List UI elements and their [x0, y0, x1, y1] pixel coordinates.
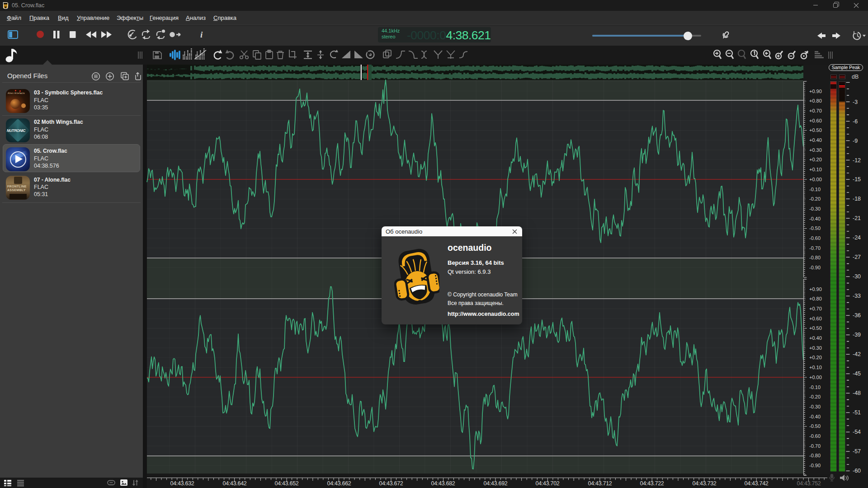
- svg-text:-27: -27: [853, 254, 861, 260]
- svg-text:+0.30: +0.30: [809, 345, 822, 351]
- svg-text:+0.50: +0.50: [809, 127, 822, 133]
- svg-text:-0.40: -0.40: [809, 414, 821, 419]
- svg-text:-42: -42: [853, 351, 861, 357]
- svg-text:-0.70: -0.70: [809, 443, 821, 449]
- svg-text:-48: -48: [853, 390, 861, 396]
- svg-text:+0.20: +0.20: [809, 355, 822, 360]
- svg-text:-0.30: -0.30: [809, 206, 821, 211]
- svg-text:-12: -12: [853, 157, 861, 164]
- svg-text:-36: -36: [853, 312, 861, 319]
- svg-text:+0.00: +0.00: [809, 177, 822, 182]
- svg-text:-15: -15: [853, 176, 861, 183]
- svg-text:-0.80: -0.80: [809, 255, 821, 260]
- svg-text:+0.20: +0.20: [809, 157, 822, 162]
- svg-text:-0.50: -0.50: [809, 225, 821, 231]
- svg-text:-9: -9: [853, 138, 858, 144]
- svg-text:-0.70: -0.70: [809, 245, 821, 251]
- svg-text:+0.40: +0.40: [809, 137, 822, 143]
- svg-text:-57: -57: [853, 448, 861, 455]
- svg-text:+0.90: +0.90: [809, 89, 822, 94]
- svg-text:-21: -21: [853, 215, 861, 221]
- svg-text:-39: -39: [853, 332, 861, 338]
- svg-text:+0.60: +0.60: [809, 118, 822, 123]
- svg-text:+0.70: +0.70: [809, 306, 822, 311]
- svg-text:-0.40: -0.40: [809, 216, 821, 221]
- svg-text:+0.10: +0.10: [809, 365, 822, 370]
- svg-text:-33: -33: [853, 293, 861, 299]
- svg-text:-51: -51: [853, 409, 861, 416]
- svg-text:-0.90: -0.90: [809, 463, 821, 468]
- svg-text:+0.80: +0.80: [809, 296, 822, 301]
- svg-text:+0.30: +0.30: [809, 147, 822, 153]
- svg-text:-0.80: -0.80: [809, 453, 821, 458]
- svg-text:-3: -3: [853, 99, 858, 105]
- svg-text:-0.60: -0.60: [809, 433, 821, 439]
- svg-text:-0.10: -0.10: [809, 385, 821, 390]
- svg-text:+0.90: +0.90: [809, 286, 822, 292]
- svg-text:-18: -18: [853, 196, 861, 202]
- svg-text:-0.10: -0.10: [809, 187, 821, 192]
- svg-text:+0.70: +0.70: [809, 108, 822, 113]
- svg-text:+0.50: +0.50: [809, 325, 822, 331]
- svg-text:-54: -54: [853, 429, 861, 435]
- svg-text:-6: -6: [853, 118, 858, 125]
- svg-text:-0.60: -0.60: [809, 235, 821, 241]
- svg-text:-0.90: -0.90: [809, 265, 821, 270]
- svg-text:+0.10: +0.10: [809, 167, 822, 172]
- svg-text:-30: -30: [853, 273, 861, 280]
- svg-text:+0.00: +0.00: [809, 375, 822, 380]
- svg-text:-24: -24: [853, 235, 861, 241]
- svg-text:-0.50: -0.50: [809, 423, 821, 429]
- svg-text:-45: -45: [853, 371, 861, 377]
- svg-text:+0.80: +0.80: [809, 98, 822, 103]
- svg-text:-0.20: -0.20: [809, 196, 821, 202]
- svg-text:-0.30: -0.30: [809, 404, 821, 409]
- svg-text:+0.60: +0.60: [809, 316, 822, 321]
- svg-text:-0.20: -0.20: [809, 394, 821, 399]
- svg-text:+0.40: +0.40: [809, 335, 822, 341]
